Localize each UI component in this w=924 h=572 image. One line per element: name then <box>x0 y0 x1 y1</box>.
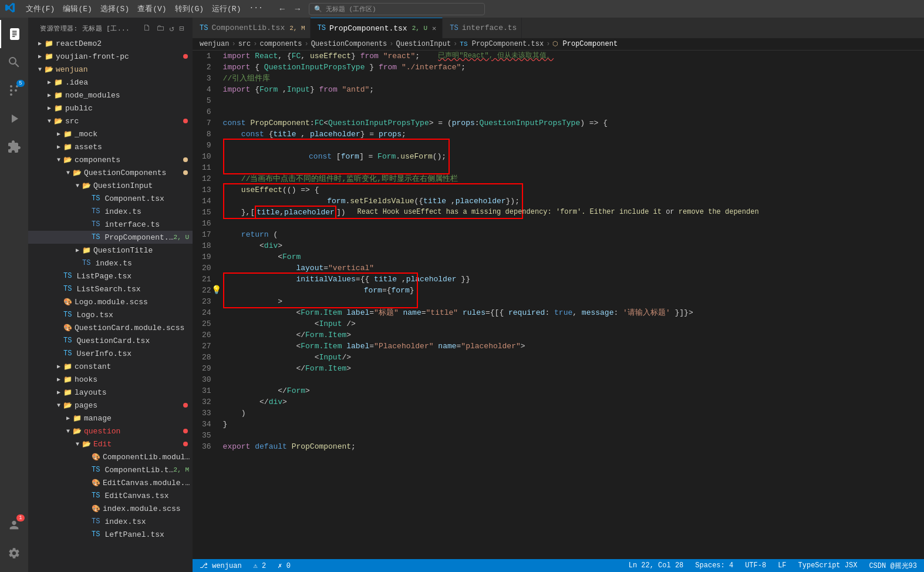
tree-item-componentlib-tsx[interactable]: TS ComponentLib.tsx 2, M <box>28 463 193 476</box>
spaces-status[interactable]: Spaces: 4 <box>693 561 736 570</box>
tree-item-questioncomponents[interactable]: ▼ 📂 QuestionComponents <box>28 166 193 179</box>
tab-componentlib[interactable]: TS ComponentLib.tsx 2, M <box>193 18 311 38</box>
language-status[interactable]: TypeScript JSX <box>796 561 860 570</box>
nav-forward-button[interactable]: → <box>291 3 304 15</box>
warning-count-status[interactable]: ⚠ 2 <box>251 561 269 570</box>
tree-item-constant[interactable]: ▶ 📁 constant <box>28 360 193 373</box>
tree-item-reactdemo2[interactable]: ▶ 📁 reactDemo2 <box>28 37 193 50</box>
menu-run[interactable]: 运行(R) <box>208 2 244 15</box>
tab-close-button[interactable]: ✕ <box>431 23 437 34</box>
folder-icon: 📁 <box>63 375 72 384</box>
tree-item-editcanvas-module[interactable]: 🎨 EditCanvas.module.scss <box>28 476 193 489</box>
tree-item-label: Logo.module.scss <box>75 298 193 307</box>
tree-item-questioncard-module[interactable]: 🎨 QuestionCard.module.scss <box>28 321 193 334</box>
new-file-button[interactable]: 🗋 <box>141 22 153 35</box>
folder-open-icon: 📂 <box>63 401 72 410</box>
tree-item-assets[interactable]: ▶ 📁 assets <box>28 140 193 153</box>
tree-item-componentlib-module[interactable]: 🎨 ComponentLib.module.scss <box>28 450 193 463</box>
tree-item-pages[interactable]: ▼ 📂 pages <box>28 399 193 412</box>
tree-item-index-tsx[interactable]: TS index.tsx <box>28 515 193 528</box>
tab-propcomponent[interactable]: TS PropComponent.tsx 2, U ✕ <box>311 18 443 38</box>
breadcrumb-propcomponent-file[interactable]: TS PropComponent.tsx <box>460 40 544 48</box>
tab-label: interface.ts <box>462 23 517 32</box>
tree-item-editcanvas-tsx[interactable]: TS EditCanvas.tsx <box>28 489 193 502</box>
status-left: ⎇ wenjuan ⚠ 2 ✗ 0 <box>197 561 293 570</box>
tree-item-index-module[interactable]: 🎨 index.module.scss <box>28 502 193 515</box>
error-count-status[interactable]: ✗ 0 <box>275 561 293 570</box>
breadcrumb-propcomponent-symbol[interactable]: ⬡ PropComponent <box>552 40 618 48</box>
modified-badge <box>183 119 188 123</box>
tree-item-leftpanel-tsx[interactable]: TS LeftPanel.tsx <box>28 528 193 541</box>
tree-item-idea[interactable]: ▶ 📁 .idea <box>28 76 193 89</box>
tree-item-youjian[interactable]: ▶ 📁 youjian-front-pc <box>28 50 193 63</box>
tree-item-label: index.ts <box>95 259 193 268</box>
tree-item-label: constant <box>75 362 193 371</box>
code-editor[interactable]: 123456 789101112 131415161718 1920212223… <box>193 51 924 559</box>
code-line-24: <Form.Item label="标题" name="title" rules… <box>223 307 919 318</box>
tree-item-questiontitle[interactable]: ▶ 📁 QuestionTitle <box>28 244 193 257</box>
explorer-activity-icon[interactable] <box>0 20 28 48</box>
tree-item-questioncard-tsx[interactable]: TS QuestionCard.tsx <box>28 334 193 347</box>
tree-item-mock[interactable]: ▶ 📁 _mock <box>28 127 193 140</box>
new-folder-button[interactable]: 🗀 <box>155 22 166 35</box>
tree-item-listpage[interactable]: TS ListPage.tsx <box>28 270 193 282</box>
spacer-icon <box>82 517 92 526</box>
breadcrumb-wenjuan[interactable]: wenjuan <box>200 40 229 48</box>
tree-item-userinfo[interactable]: TS UserInfo.tsx <box>28 347 193 360</box>
breadcrumb-questioninput[interactable]: QuestionInput <box>396 40 451 48</box>
cursor-position-status[interactable]: Ln 22, Col 28 <box>626 561 686 570</box>
tree-item-logo-module[interactable]: 🎨 Logo.module.scss <box>28 295 193 308</box>
breadcrumb-questioncomponents[interactable]: QuestionComponents <box>311 40 387 48</box>
menu-select[interactable]: 选择(S) <box>97 2 133 15</box>
encoding-status[interactable]: UTF-8 <box>743 561 768 570</box>
tree-item-interface-ts[interactable]: TS interface.ts <box>28 218 193 231</box>
tree-item-label: QuestionInput <box>93 181 193 190</box>
tree-item-logo-tsx[interactable]: TS Logo.tsx <box>28 308 193 321</box>
tree-item-edit[interactable]: ▼ 📂 Edit <box>28 438 193 450</box>
menu-goto[interactable]: 转到(G) <box>171 2 207 15</box>
csdn-account[interactable]: CSDN @摇光93 <box>866 561 919 571</box>
tree-item-index-ts2[interactable]: TS index.ts <box>28 257 193 270</box>
menu-more[interactable]: ··· <box>245 2 266 15</box>
breadcrumb-components[interactable]: components <box>259 40 302 48</box>
tree-item-label: QuestionCard.tsx <box>76 337 193 345</box>
line-ending-status[interactable]: LF <box>775 561 788 570</box>
tree-item-label: manage <box>84 414 193 423</box>
tree-item-listsearch[interactable]: TS ListSearch.tsx <box>28 282 193 295</box>
tree-item-layouts[interactable]: ▶ 📁 layouts <box>28 386 193 399</box>
search-bar[interactable]: 🔍 无标题 (工作区) <box>309 3 485 15</box>
code-line-6 <box>223 106 919 117</box>
tree-item-src[interactable]: ▼ 📂 src <box>28 115 193 127</box>
run-activity-icon[interactable] <box>0 105 28 133</box>
tree-item-component-tsx[interactable]: TS Component.tsx <box>28 192 193 205</box>
tab-interface[interactable]: TS interface.ts <box>443 18 522 38</box>
tree-item-questioninput[interactable]: ▼ 📂 QuestionInput <box>28 179 193 192</box>
extensions-activity-icon[interactable] <box>0 133 28 161</box>
code-line-3: //引入组件库 <box>223 73 919 84</box>
tree-item-index-ts[interactable]: TS index.ts <box>28 205 193 218</box>
tree-item-label: public <box>65 104 193 113</box>
tree-item-components[interactable]: ▼ 📂 components <box>28 153 193 166</box>
tree-item-hooks[interactable]: ▶ 📁 hooks <box>28 373 193 386</box>
tree-item-propcomponent[interactable]: TS PropComponent.tsx 2, U <box>28 231 193 244</box>
git-branch-status[interactable]: ⎇ wenjuan <box>197 561 244 570</box>
tab-bar: TS ComponentLib.tsx 2, M TS PropComponen… <box>193 18 924 38</box>
settings-activity-icon[interactable] <box>0 539 28 567</box>
account-activity-icon[interactable]: 1 <box>0 511 28 539</box>
search-activity-icon[interactable] <box>0 48 28 76</box>
tree-item-label: Logo.tsx <box>76 311 193 319</box>
tree-item-question[interactable]: ▼ 📂 question <box>28 425 193 438</box>
collapse-button[interactable]: ⊟ <box>178 22 186 35</box>
nav-back-button[interactable]: ← <box>276 3 289 15</box>
tree-item-manage[interactable]: ▶ 📁 manage <box>28 412 193 425</box>
refresh-button[interactable]: ↺ <box>168 22 176 35</box>
tree-item-wenjuan[interactable]: ▼ 📂 wenjuan <box>28 63 193 76</box>
tab-label: ComponentLib.tsx <box>211 23 285 32</box>
breadcrumb-src[interactable]: src <box>238 40 251 48</box>
menu-edit[interactable]: 编辑(E) <box>59 2 95 15</box>
menu-view[interactable]: 查看(V) <box>134 2 170 15</box>
source-control-activity-icon[interactable]: 5 <box>0 76 28 105</box>
menu-file[interactable]: 文件(F) <box>22 2 58 15</box>
tree-item-node-modules[interactable]: ▶ 📁 node_modules <box>28 89 193 102</box>
tree-item-public[interactable]: ▶ 📁 public <box>28 102 193 115</box>
